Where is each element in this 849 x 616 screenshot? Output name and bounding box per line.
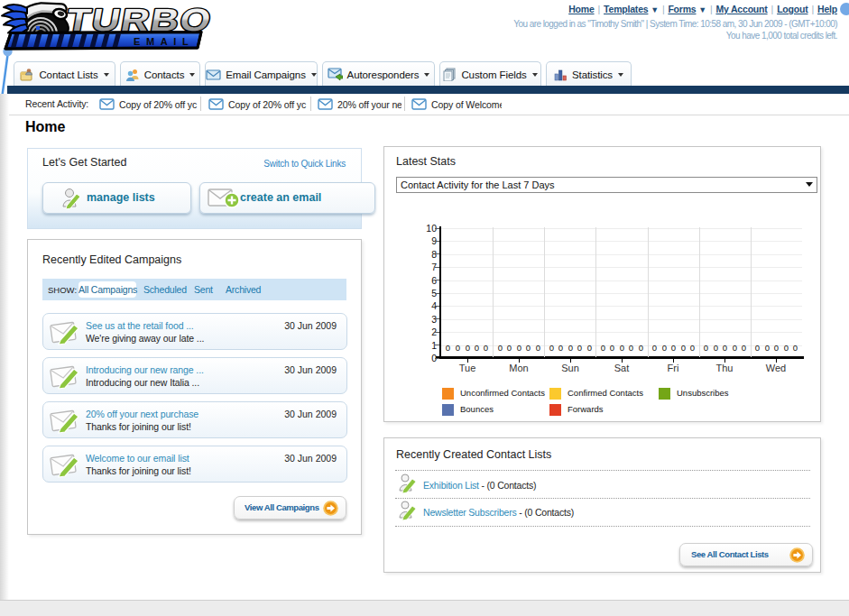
- svg-text:TURBO: TURBO: [64, 1, 216, 36]
- svg-text:EMAIL: EMAIL: [134, 36, 194, 47]
